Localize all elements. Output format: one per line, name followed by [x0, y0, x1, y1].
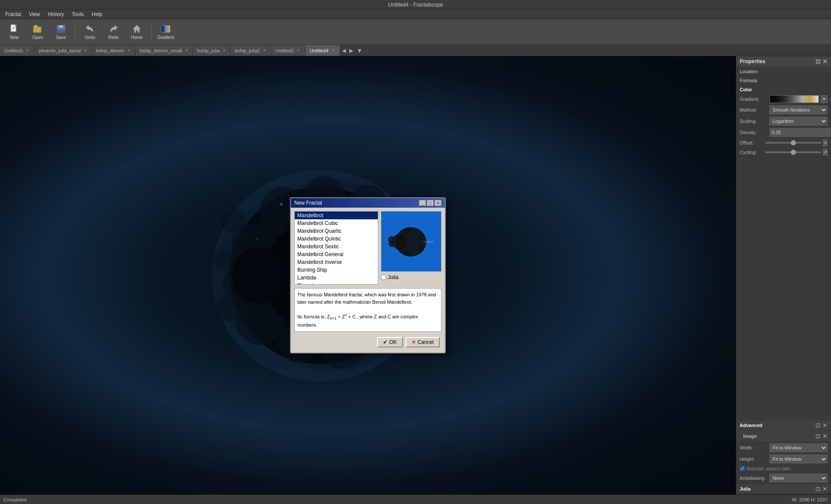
maintain-aspect-checkbox[interactable] — [740, 466, 745, 471]
home-button[interactable]: Home — [126, 21, 148, 43]
fractal-item-mandelbrot-quintic[interactable]: Mandelbrot Quintic — [295, 235, 378, 243]
method-label: Method: — [740, 107, 768, 112]
tab-bship-demon[interactable]: bship_demon ✕ — [92, 45, 135, 56]
tab-phoenix-julia[interactable]: phoenix_julia_spiral ✕ — [35, 45, 92, 56]
prop-section-advanced: Advanced ⊡ ✕ Image ⊡ ✕ Width: Fit to Win… — [736, 421, 831, 484]
height-select[interactable]: Fit to Window 480 600 — [770, 455, 828, 463]
dialog-close-btn[interactable]: ✕ — [435, 200, 441, 206]
prop-location-title[interactable]: Location — [736, 67, 831, 76]
offset-reset-btn[interactable]: ↺ — [823, 139, 828, 146]
tab-untitled1-close[interactable]: ✕ — [26, 48, 29, 53]
julia-prop-title[interactable]: Julia — [740, 486, 750, 491]
dialog-body: Mandelbrot Mandelbrot Cubic Mandelbrot Q… — [291, 208, 445, 353]
tab-phoenix-julia-close[interactable]: ✕ — [84, 48, 87, 53]
fractal-item-mandelbrot-general[interactable]: Mandelbrot General — [295, 250, 378, 258]
properties-float-btn[interactable]: ⊡ — [815, 58, 821, 65]
fractal-item-mandelbrot-inverse[interactable]: Mandelbrot Inverse — [295, 258, 378, 266]
fractal-preview — [381, 211, 441, 272]
density-label: Density: — [740, 130, 768, 135]
tab-bship-demon-small[interactable]: bship_demon_small ✕ — [135, 45, 193, 56]
julia-header-btns: ⊡ ✕ — [815, 485, 828, 492]
maintain-label: Maintain aspect ratio — [747, 466, 791, 471]
tab-menu-btn[interactable]: ▼ — [355, 45, 364, 56]
undo-button[interactable]: Undo — [79, 21, 101, 43]
image-close-btn[interactable]: ✕ — [822, 433, 828, 440]
gradient-button[interactable]: Gradient — [155, 21, 177, 43]
tab-bship-demon-small-close[interactable]: ✕ — [185, 48, 188, 53]
density-input[interactable] — [770, 128, 831, 137]
tab-untitled1[interactable]: Untitled1 ✕ — [0, 45, 35, 56]
prop-color-title[interactable]: Color — [736, 85, 831, 94]
fractal-item-burning-ship[interactable]: Burning Ship — [295, 266, 378, 274]
dialog-ok-button[interactable]: ✔ OK — [377, 337, 403, 347]
dialog-cancel-button[interactable]: ✕ Cancel — [406, 337, 440, 347]
dialog-description: The famous Mandelbrot fractal, which was… — [294, 288, 441, 332]
fractal-item-lambda[interactable]: Lambda — [295, 274, 378, 282]
menu-fractal[interactable]: Fractal — [2, 10, 25, 18]
prop-formula-title[interactable]: Formula — [736, 76, 831, 85]
method-select[interactable]: Smooth Iterations Iterations Distance An… — [770, 106, 828, 114]
tab-bship-demon-label: bship_demon — [96, 48, 125, 53]
dialog-minimize-btn[interactable]: _ — [419, 200, 426, 206]
julia-checkbox[interactable] — [381, 275, 386, 280]
new-label: New — [10, 35, 19, 40]
prop-scaling-row: Scaling: Logarithm Linear Sqrt — [736, 116, 831, 127]
tab-untitled4[interactable]: Untitled4 ✕ — [306, 45, 340, 56]
dialog-overlay: New Fractal _ □ ✕ Mandelbrot Mandelbrot … — [0, 56, 736, 494]
antialiasing-label: Antialiasing: — [740, 475, 768, 481]
undo-icon — [85, 24, 95, 34]
tab-untitled2[interactable]: Untitled2 ✕ — [271, 45, 306, 56]
cycling-slider[interactable] — [765, 151, 821, 153]
image-expand-btn[interactable]: ⊡ — [815, 433, 821, 440]
dialog-top-section: Mandelbrot Mandelbrot Cubic Mandelbrot Q… — [294, 211, 441, 285]
save-button[interactable]: Save — [50, 21, 72, 43]
properties-header: Properties ⊡ ✕ — [736, 56, 831, 67]
preview-svg — [381, 212, 441, 272]
menu-help[interactable]: Help — [88, 10, 106, 18]
julia-expand-btn[interactable]: ⊡ — [815, 485, 821, 492]
offset-slider[interactable] — [765, 142, 821, 144]
tab-bship-julia2[interactable]: bship_julia2 ✕ — [231, 45, 271, 56]
cycling-label: Cycling: — [740, 150, 763, 155]
fractal-item-mandelbrot-quartic[interactable]: Mandelbrot Quartic — [295, 227, 378, 235]
advanced-expand-btn[interactable]: ⊡ — [815, 422, 821, 429]
fractal-item-mandelbrot[interactable]: Mandelbrot — [295, 212, 378, 219]
tab-bship-julia[interactable]: bship_julia ✕ — [193, 45, 231, 56]
tab-bship-julia2-close[interactable]: ✕ — [263, 48, 266, 53]
height-label: Height: — [740, 456, 768, 462]
open-button[interactable]: Open — [27, 21, 48, 43]
fractal-list[interactable]: Mandelbrot Mandelbrot Cubic Mandelbrot Q… — [294, 211, 378, 285]
tab-nav-prev[interactable]: ◀ — [340, 45, 348, 56]
fractal-item-phoenix[interactable]: Phoenix — [295, 282, 378, 285]
julia-close-btn[interactable]: ✕ — [822, 485, 828, 492]
cycling-reset-btn[interactable]: ↺ — [823, 149, 828, 156]
scaling-select[interactable]: Logarithm Linear Sqrt — [770, 117, 828, 125]
advanced-close-btn[interactable]: ✕ — [822, 422, 828, 429]
gradient-edit-btn[interactable]: ▼ — [821, 95, 828, 103]
tab-bship-julia-close[interactable]: ✕ — [222, 48, 226, 53]
advanced-title[interactable]: Advanced — [740, 423, 763, 428]
canvas-area[interactable]: New Fractal _ □ ✕ Mandelbrot Mandelbrot … — [0, 56, 736, 494]
menu-view[interactable]: View — [26, 10, 44, 18]
tab-untitled4-close[interactable]: ✕ — [331, 48, 335, 53]
antialiasing-select[interactable]: None 2x 4x — [770, 474, 828, 482]
width-select[interactable]: Fit to Window 640 800 — [770, 443, 828, 452]
dialog-maximize-btn[interactable]: □ — [427, 200, 434, 206]
julia-check-row: Julia — [381, 273, 441, 281]
tab-bship-demon-close[interactable]: ✕ — [127, 48, 131, 53]
new-button[interactable]: New — [3, 21, 25, 43]
fractal-item-mandelbrot-sextic[interactable]: Mandelbrot Sextic — [295, 243, 378, 250]
prop-density-row: Density: ↺ — [736, 127, 831, 138]
menu-tools[interactable]: Tools — [68, 10, 87, 18]
gradient-preview[interactable] — [770, 95, 819, 103]
menu-history[interactable]: History — [44, 10, 67, 18]
redo-button[interactable]: Redo — [103, 21, 124, 43]
tabs-bar: Untitled1 ✕ phoenix_julia_spiral ✕ bship… — [0, 45, 831, 56]
scaling-label: Scaling: — [740, 119, 768, 124]
tab-untitled2-close[interactable]: ✕ — [296, 48, 300, 53]
fractal-item-mandelbrot-cubic[interactable]: Mandelbrot Cubic — [295, 219, 378, 227]
toolbar: New Open Save Undo Redo Home — [0, 19, 831, 45]
prop-gradient-row: Gradient: ▼ — [736, 94, 831, 104]
properties-close-btn[interactable]: ✕ — [822, 58, 828, 65]
tab-nav-next[interactable]: ▶ — [348, 45, 355, 56]
